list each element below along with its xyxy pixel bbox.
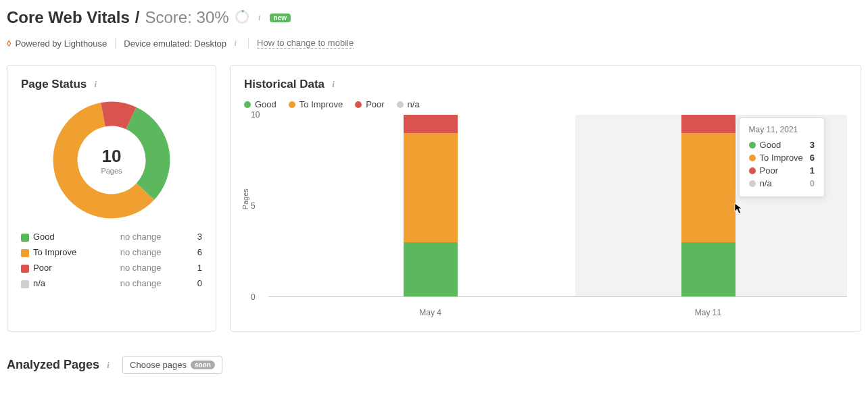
choose-pages-button[interactable]: Choose pages soon — [122, 356, 222, 374]
page-status-card: Page Status i 10 Pages Good no change — [7, 65, 216, 332]
x-tick-label: May 4 — [419, 308, 441, 317]
bar-seg-improve — [681, 133, 736, 242]
dot-improve — [289, 101, 295, 108]
dot-na — [21, 280, 29, 288]
svg-point-0 — [236, 11, 247, 22]
y-tick: 10 — [251, 110, 260, 120]
dot-poor — [355, 101, 362, 108]
powered-by: ◊ Powered by Lighthouse — [7, 38, 116, 49]
chart-tooltip: May 11, 2021 Good3 To Improve6 Poor1 n/a… — [739, 117, 825, 197]
device-label: Device emulated: Desktop — [124, 38, 226, 49]
y-tick: 0 — [251, 292, 256, 302]
meta-bar: ◊ Powered by Lighthouse Device emulated:… — [7, 38, 861, 49]
lighthouse-icon: ◊ — [7, 38, 11, 49]
new-badge: new — [270, 14, 291, 22]
title-sep: / — [135, 8, 140, 27]
bar-column[interactable] — [404, 115, 458, 297]
bar-seg-poor — [681, 115, 736, 133]
how-to-change[interactable]: How to change to mobile — [249, 38, 362, 49]
cursor-icon — [734, 203, 744, 215]
page-title: Core Web Vitals — [7, 8, 130, 27]
page-status-legend: Good no change 3 To Improve no change 6 … — [21, 229, 202, 291]
historical-title: Historical Data — [244, 78, 324, 91]
info-icon[interactable]: i — [329, 79, 338, 90]
bar-seg-good — [404, 242, 458, 297]
score-label: Score: 30% — [145, 8, 229, 27]
tooltip-date: May 11, 2021 — [749, 125, 815, 134]
soon-badge: soon — [191, 361, 215, 369]
dot-good — [21, 234, 29, 242]
device-emulated: Device emulated: Desktop i — [116, 38, 249, 49]
x-tick-label: May 11 — [695, 308, 721, 317]
bar-seg-good — [681, 242, 736, 297]
page-status-donut: 10 Pages — [51, 99, 172, 221]
analyzed-title: Analyzed Pages — [7, 358, 99, 372]
how-link[interactable]: How to change to mobile — [257, 38, 354, 49]
legend-row: Good no change 3 — [21, 229, 202, 244]
dot-improve — [21, 249, 29, 257]
info-icon[interactable]: i — [255, 12, 264, 23]
donut-total: 10 — [101, 146, 122, 167]
dot-poor — [21, 265, 29, 273]
legend-row: To Improve no change 6 — [21, 244, 202, 260]
donut-label: Pages — [101, 167, 122, 175]
info-icon[interactable]: i — [91, 79, 100, 90]
chart-area[interactable]: Pages 10 5 0 Ma — [268, 115, 847, 317]
y-axis-label: Pages — [241, 188, 249, 209]
historical-card: Historical Data i Good To Improve Poor n… — [230, 65, 861, 332]
score-donut-icon — [235, 9, 249, 26]
bar-seg-poor — [404, 115, 458, 133]
page-header: Core Web Vitals / Score: 30% i new — [7, 8, 861, 27]
powered-label: Powered by Lighthouse — [15, 38, 107, 49]
dot-good — [244, 101, 251, 108]
analyzed-section: Analyzed Pages i Choose pages soon — [7, 356, 861, 374]
bar-column[interactable] — [681, 115, 736, 297]
chart-legend: Good To Improve Poor n/a — [244, 99, 847, 109]
legend-row: Poor no change 1 — [21, 260, 202, 275]
info-icon[interactable]: i — [103, 360, 113, 371]
page-status-title: Page Status — [21, 78, 87, 91]
y-tick: 5 — [251, 201, 256, 211]
bar-seg-improve — [404, 133, 458, 242]
x-axis — [268, 296, 847, 297]
legend-row: n/a no change 0 — [21, 275, 202, 291]
dot-na — [397, 101, 404, 108]
info-icon[interactable]: i — [231, 38, 240, 49]
